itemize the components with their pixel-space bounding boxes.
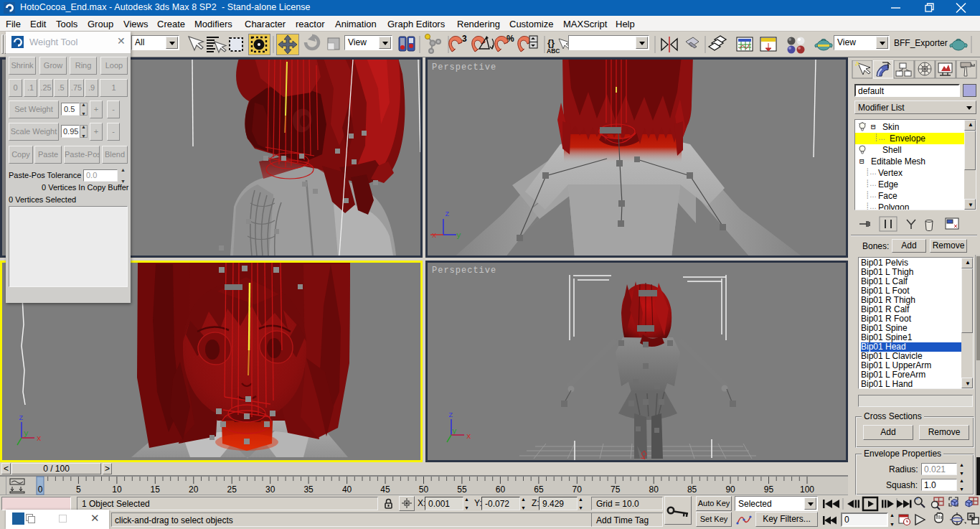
svg-text:z: z — [19, 413, 24, 422]
svg-text:25: 25 — [227, 484, 237, 495]
svg-text:70: 70 — [573, 484, 583, 495]
svg-text:40: 40 — [342, 484, 352, 495]
svg-text:y: y — [452, 427, 457, 436]
svg-text:35: 35 — [303, 484, 314, 495]
svg-text:80: 80 — [649, 484, 659, 495]
svg-text:{}: {} — [547, 37, 555, 48]
svg-text:60: 60 — [496, 484, 506, 495]
svg-text:30: 30 — [265, 484, 275, 495]
svg-text:ABC: ABC — [547, 47, 560, 55]
svg-text:3: 3 — [462, 34, 467, 44]
svg-text:45: 45 — [380, 484, 390, 495]
svg-text:z: z — [445, 210, 450, 218]
svg-text:50: 50 — [419, 484, 429, 495]
svg-text:65: 65 — [534, 484, 544, 495]
svg-text:75: 75 — [611, 484, 621, 495]
svg-text:x: x — [432, 231, 437, 240]
svg-text:10: 10 — [112, 484, 122, 495]
svg-text:85: 85 — [687, 484, 697, 495]
svg-text:%: % — [507, 34, 514, 44]
svg-text:x: x — [466, 432, 471, 441]
svg-text:20: 20 — [189, 484, 199, 495]
svg-text:y: y — [456, 231, 461, 240]
svg-text:5: 5 — [76, 484, 81, 495]
svg-text:95: 95 — [764, 484, 774, 495]
svg-text:z: z — [448, 411, 453, 419]
svg-text:0: 0 — [38, 484, 43, 495]
svg-text:x: x — [37, 434, 42, 443]
svg-text:100: 100 — [800, 484, 814, 495]
svg-text:55: 55 — [457, 484, 467, 495]
svg-text:15: 15 — [151, 484, 161, 495]
svg-text:90: 90 — [725, 484, 735, 495]
svg-text:y: y — [24, 429, 29, 438]
